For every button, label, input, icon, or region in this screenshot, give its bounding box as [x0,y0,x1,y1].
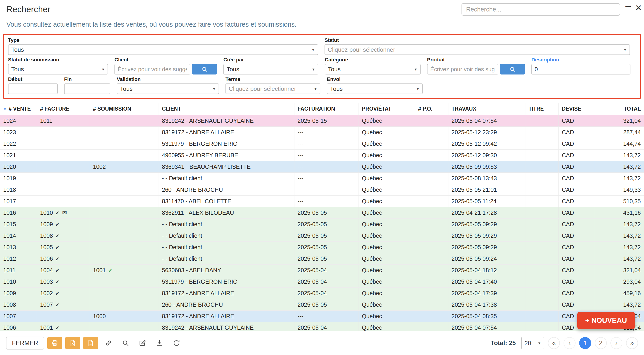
column-header[interactable]: CLIENT [158,103,294,115]
table-row[interactable]: 10081007✔260 - ANDRE BROCHU2025-05-05Qué… [0,299,644,311]
client-search-button[interactable] [192,64,217,75]
categorie-select[interactable]: Tous ▼ [325,64,420,75]
cell-facturation: 2025-05-04 [294,276,358,288]
cell-travaux: 2025-05-08 13:43 [448,173,525,184]
table-row[interactable]: 10161010✔✉8362911 - ALEX BILODEAU2025-05… [0,207,644,219]
minimize-button[interactable]: − [625,2,631,12]
cell-devise: CAD [558,242,594,253]
table-row[interactable]: 1019- - Default client---Québec2025-05-0… [0,173,644,184]
table-row[interactable]: 10178311470 - ABEL COLETTE---Québec2025-… [0,196,644,207]
produit-input[interactable] [427,64,498,75]
export-excel-button[interactable] [65,337,80,349]
next-page-button[interactable]: › [610,337,622,349]
cell-prov: Québec [358,127,415,138]
last-page-button[interactable]: » [626,337,638,349]
table-row[interactable]: 10131005✔- - Default client2025-05-05Qué… [0,242,644,253]
type-select[interactable]: Tous ▼ [8,44,318,55]
chevron-down-icon: ▼ [538,341,541,345]
debut-input[interactable] [8,84,58,94]
download-button[interactable] [153,337,166,349]
column-header[interactable]: # P.O. [415,103,448,115]
cell-prov: Québec [358,311,415,322]
cell-client: 5311979 - BERGERON ERIC [158,276,294,288]
produit-search-button[interactable] [500,64,525,75]
cell-facture: 1003✔ [37,276,90,288]
page-size-select[interactable]: 20 ▼ [521,337,544,349]
table-row[interactable]: 10214960955 - AUDREY BERUBE---Québec2025… [0,150,644,161]
cell-po [415,196,448,207]
cell-devise: CAD [558,173,594,184]
table-row[interactable]: 10111004✔1001✔5630603 - ABEL DANY2025-05… [0,265,644,276]
column-header[interactable]: PROV/ÉTAT [358,103,415,115]
edit-button[interactable] [136,337,149,349]
link-button[interactable] [102,337,115,349]
cell-po [415,219,448,230]
cell-travaux: 2025-05-12 23:29 [448,127,525,138]
table-row[interactable]: 10091002✔8319172 - ANDRE ALLAIRE2025-05-… [0,288,644,299]
table-row[interactable]: 10121006✔- - Default client2025-05-05Qué… [0,253,644,265]
table-row[interactable]: 10238319172 - ANDRE ALLAIRE---Québec2025… [0,127,644,138]
page-button-2[interactable]: 2 [595,337,607,349]
validation-select[interactable]: Tous ▼ [117,84,219,94]
zoom-button[interactable] [119,337,132,349]
prev-page-button[interactable]: ‹ [564,337,576,349]
table-row[interactable]: 10151009✔- - Default client2025-05-05Qué… [0,219,644,230]
column-header[interactable]: TITRE [525,103,558,115]
description-input[interactable] [532,64,630,75]
terme-select[interactable]: Cliquez pour sélectionner ▼ [226,84,320,94]
table-row[interactable]: 102410118319242 - ARSENAULT GUYLAINE2025… [0,115,644,127]
column-header[interactable]: TOTAL [594,103,644,115]
column-header[interactable]: # SOUMISSION [90,103,158,115]
envoi-select[interactable]: Tous ▼ [327,84,423,94]
table-row[interactable]: 10141008✔- - Default client2025-05-05Qué… [0,230,644,242]
cree-par-select[interactable]: Tous ▼ [224,64,318,75]
table-row[interactable]: 10101003✔5311979 - BERGERON ERIC2025-05-… [0,276,644,288]
filter-panel: Type Tous ▼ Statut Cliquez pour sélectio… [3,34,641,99]
cell-devise: CAD [558,299,594,311]
chevron-down-icon: ▼ [212,87,216,91]
export-pdf-button[interactable] [83,337,98,349]
cell-travaux: 2025-05-05 11:24 [448,196,525,207]
cell-titre [525,276,558,288]
filter-label-statut-soumission: Statut de soumission [8,57,108,63]
print-button[interactable] [47,337,62,349]
cell-po [415,173,448,184]
cell-soumission [90,242,158,253]
cell-po [415,288,448,299]
statut-select[interactable]: Cliquez pour sélectionner ▼ [324,44,630,55]
table-row[interactable]: 1018260 - ANDRE BROCHU---Québec2025-05-0… [0,184,644,196]
close-button[interactable]: × [635,2,642,13]
table-row[interactable]: 100710008319172 - ANDRE ALLAIRE---Québec… [0,311,644,322]
cell-facturation: 2025-05-05 [294,207,358,219]
cell-vente: 1009 [0,288,37,299]
client-input[interactable] [114,64,190,75]
column-header[interactable]: ▼# VENTE [0,103,37,115]
link-icon [105,339,112,346]
column-header[interactable]: TRAVAUX [448,103,525,115]
cell-facture: 1010✔✉ [37,207,90,219]
cell-soumission [90,173,158,184]
cell-travaux: 2025-04-21 17:28 [448,207,525,219]
cell-facture: 1011 [37,115,90,127]
fin-input[interactable] [64,84,110,94]
column-header[interactable]: FACTURATION [294,103,358,115]
cell-soumission [90,115,158,127]
cell-po [415,253,448,265]
page-button-1[interactable]: 1 [579,337,591,349]
table-row[interactable]: 10225311979 - BERGERON ERIC---Québec2025… [0,138,644,150]
cell-client: 5630603 - ABEL DANY [158,265,294,276]
page-subtitle: Vous consultez actuellement la liste des… [6,21,638,28]
cell-travaux: 2025-05-05 09:29 [448,242,525,253]
search-input[interactable] [462,3,620,16]
fermer-button[interactable]: FERMER [6,336,44,349]
refresh-button[interactable] [170,337,183,349]
cell-devise: CAD [558,115,594,127]
new-button[interactable]: + NOUVEAU [577,312,635,329]
table-row[interactable]: 102010028369341 - BEAUCHAMP LISETTE---Qu… [0,161,644,173]
column-header[interactable]: # FACTURE [37,103,90,115]
statut-soumission-select[interactable]: Tous ▼ [8,64,108,75]
first-page-button[interactable]: « [548,337,560,349]
cell-client: 8369341 - BEAUCHAMP LISETTE [158,161,294,173]
column-header[interactable]: DEVISE [558,103,594,115]
cell-facture: 1007✔ [37,299,90,311]
